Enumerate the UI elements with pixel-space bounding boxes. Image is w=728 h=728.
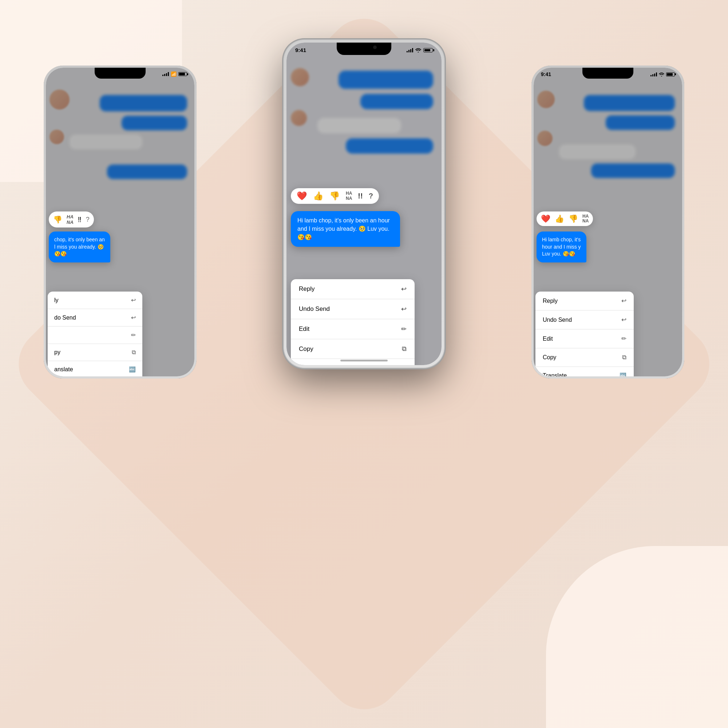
wifi-icon-right (659, 72, 664, 76)
menu-item-copy-center[interactable]: Copy ⧉ (291, 339, 414, 359)
status-time-right: 9:41 (541, 71, 551, 77)
translate-icon-right: 🔤 (619, 372, 626, 376)
reaction-bar-center: ❤️ 👍 👎 HANA !! ? (291, 188, 379, 204)
translate-icon: 🔤 (399, 365, 407, 365)
reply-label: Reply (299, 285, 315, 293)
edit-label: Edit (299, 326, 309, 333)
menu-item-reply-right[interactable]: Reply ↩ (535, 292, 634, 310)
copy-icon-right: ⧉ (622, 354, 626, 361)
context-menu-center: Reply ↩ Undo Send ↩ Edit ✏ Copy ⧉ (291, 279, 414, 365)
menu-item-undosend-left[interactable]: do Send ↩ (48, 309, 142, 327)
menu-item-reply-left[interactable]: ly ↩ (48, 292, 142, 309)
reply-icon: ↩ (401, 285, 407, 293)
menu-item-undosend-right[interactable]: Undo Send ↩ (535, 310, 634, 329)
undosend-icon-right: ↩ (621, 316, 626, 324)
menu-item-translate-right[interactable]: Translate 🔤 (535, 367, 634, 376)
phone-center: 9:41 (284, 40, 444, 368)
phones-container: 📶 (37, 18, 691, 710)
copy-label-right: Copy (543, 354, 556, 361)
phone-right: 9:41 (531, 66, 684, 379)
copy-label: Copy (299, 346, 314, 353)
undosend-label: Undo Send (299, 305, 330, 313)
menu-item-edit-right[interactable]: Edit ✏ (535, 329, 634, 348)
context-menu-right: Reply ↩ Undo Send ↩ Edit ✏ Copy ⧉ (535, 292, 634, 376)
focused-bubble-right: Hi lamb chop, it'shour and I miss yLuv y… (537, 231, 586, 262)
copy-icon: ⧉ (402, 345, 407, 353)
context-menu-left: ly ↩ do Send ↩ ✏ py ⧉ (48, 292, 142, 376)
undosend-icon: ↩ (401, 305, 407, 313)
reply-icon-right: ↩ (621, 297, 626, 305)
edit-icon: ✏ (401, 325, 407, 333)
menu-item-reply-center[interactable]: Reply ↩ (291, 279, 414, 299)
edit-icon-right: ✏ (621, 335, 626, 343)
menu-item-edit-center[interactable]: Edit ✏ (291, 319, 414, 339)
menu-item-translate-left[interactable]: anslate 🔤 (48, 361, 142, 376)
phone-left: 📶 (44, 66, 197, 379)
menu-item-undosend-center[interactable]: Undo Send ↩ (291, 299, 414, 319)
reply-label-right: Reply (543, 298, 558, 304)
focused-bubble-center: Hi lamb chop, it's only been an hour and… (291, 211, 400, 247)
menu-item-copy-left[interactable]: py ⧉ (48, 344, 142, 361)
status-time-center: 9:41 (295, 47, 306, 53)
reaction-bar-left: 👎 HANA ‼ ? (49, 211, 94, 228)
reaction-bar-right: ❤️ 👍 👎 HANA (537, 211, 593, 226)
undosend-label-right: Undo Send (543, 317, 572, 323)
menu-item-edit-left[interactable]: ✏ (48, 327, 142, 344)
edit-label-right: Edit (543, 336, 553, 342)
focused-bubble-left: chop, it's only been anl miss you alread… (49, 231, 110, 262)
wifi-icon-center (415, 48, 421, 52)
menu-item-copy-right[interactable]: Copy ⧉ (535, 348, 634, 367)
translate-label-right: Translate (543, 372, 567, 376)
